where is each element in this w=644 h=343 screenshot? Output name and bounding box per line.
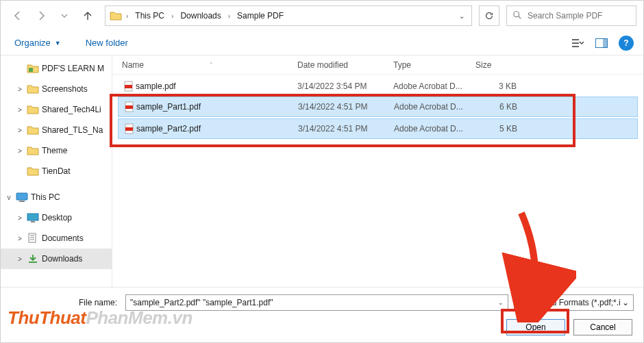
nav-up-button[interactable] [77,5,98,26]
filename-value: "sample_Part2.pdf" "sample_Part1.pdf" [130,298,273,307]
file-name: sample_Part2.pdf [136,124,298,134]
new-folder-button[interactable]: New folder [82,35,132,51]
tree-label: Documents [42,233,84,243]
chevron-down-icon[interactable]: ⌄ [622,298,629,307]
help-button[interactable]: ? [619,36,634,51]
chevron-down-icon[interactable]: ⌄ [498,299,504,306]
file-row[interactable]: sample.pdf 3/14/2022 3:54 PM Adobe Acrob… [118,76,638,97]
expander-icon[interactable]: > [16,214,24,222]
breadcrumb-item[interactable]: This PC [132,10,167,22]
column-header-type[interactable]: Type [393,60,475,70]
file-type-filter[interactable]: Supported Formats (*.pdf;*.i ⌄ [514,294,634,311]
nav-back-button[interactable] [8,5,28,26]
tree-label: TienDat [42,166,71,176]
file-name: sample.pdf [136,81,297,91]
expander-icon[interactable]: > [16,235,24,242]
column-header-name[interactable]: Name ˄ [122,60,297,70]
filter-label: Supported Formats (*.pdf;*.i [519,298,621,307]
open-button[interactable]: Open [506,319,565,335]
search-box[interactable] [506,5,636,26]
folder-icon [27,145,39,156]
chevron-right-icon: › [125,12,129,20]
search-icon [512,10,522,22]
tree-item[interactable]: PDF'S LEARN M [1,58,112,79]
filename-input[interactable]: "sample_Part2.pdf" "sample_Part1.pdf" ⌄ [125,294,508,311]
breadcrumb-bar[interactable]: › This PC › Downloads › Sample PDF ⌄ [105,5,472,26]
documents-icon [27,233,39,244]
tree-item-this-pc[interactable]: v This PC [1,187,112,207]
nav-forward-button[interactable] [31,5,51,26]
pc-icon [16,192,28,203]
file-date: 3/14/2022 4:51 PM [298,102,394,112]
dialog-buttons: Open Cancel [10,319,634,335]
search-input[interactable] [528,11,630,21]
file-row[interactable]: sample_Part1.pdf 3/14/2022 4:51 PM Adobe… [118,97,638,117]
file-type: Adobe Acrobat D... [394,124,476,134]
file-list-area: Name ˄ Date modified Type Size sample.pd… [112,55,643,287]
filename-row: File name: "sample_Part2.pdf" "sample_Pa… [10,294,634,311]
tree-item-documents[interactable]: > Documents [1,228,112,249]
tree-label: Screenshots [42,84,88,94]
svg-rect-10 [125,85,132,88]
svg-rect-2 [603,38,608,47]
folder-icon [110,10,122,21]
desktop-icon [27,212,39,223]
column-header-size[interactable]: Size [475,60,530,70]
breadcrumb-item[interactable]: Sample PDF [234,10,286,22]
pdf-icon [123,123,136,134]
svg-rect-4 [16,193,27,200]
expander-icon[interactable]: > [16,86,24,93]
svg-point-0 [514,11,519,16]
expander-icon[interactable]: > [16,106,24,114]
expander-icon[interactable]: > [16,255,24,263]
tree-item[interactable]: > Shared_TLS_Na [1,120,112,140]
tree-item[interactable]: > Shared_Tech4Li [1,99,112,120]
tree-item[interactable]: > Screenshots [1,79,112,99]
svg-rect-12 [125,105,133,109]
chevron-down-icon[interactable]: ⌄ [456,12,467,20]
file-row[interactable]: sample_Part2.pdf 3/14/2022 4:51 PM Adobe… [118,118,638,139]
cancel-button[interactable]: Cancel [573,319,632,335]
column-header-date[interactable]: Date modified [297,60,393,70]
folder-icon [27,125,39,136]
nav-recent-button[interactable] [54,5,75,26]
tree-item-downloads[interactable]: > Downloads [1,249,112,269]
svg-rect-5 [19,201,25,202]
tree-label: Shared_TLS_Na [42,125,103,135]
chevron-down-icon: ▼ [55,40,61,47]
nav-tree: PDF'S LEARN M > Screenshots > Shared_Tec… [1,55,112,287]
chevron-right-icon: › [227,12,232,20]
main-area: PDF'S LEARN M > Screenshots > Shared_Tec… [1,55,643,287]
pdf-icon [123,101,136,112]
sort-indicator-icon: ˄ [210,62,213,68]
svg-rect-3 [29,68,33,72]
tree-label: Shared_Tech4Li [42,105,101,114]
file-date: 3/14/2022 4:51 PM [298,124,394,134]
tree-label: This PC [31,192,60,202]
address-bar-row: › This PC › Downloads › Sample PDF ⌄ [1,1,643,31]
refresh-button[interactable] [479,5,499,26]
folder-icon [27,166,39,177]
file-name: sample_Part1.pdf [136,102,298,112]
expander-icon[interactable]: > [16,127,24,134]
expander-icon[interactable]: > [16,147,24,155]
file-type: Adobe Acrobat D... [394,102,476,112]
folder-icon [27,63,39,74]
preview-pane-button[interactable] [591,33,612,53]
organize-label: Organize [14,38,51,48]
toolbar: Organize ▼ New folder ? [1,31,643,55]
tree-item[interactable]: > Theme [1,140,112,161]
filename-label: File name: [10,298,120,307]
folder-icon [27,84,39,94]
file-type: Adobe Acrobat D... [393,81,475,91]
organize-button[interactable]: Organize ▼ [10,35,65,51]
breadcrumb-item[interactable]: Downloads [177,10,223,22]
view-options-button[interactable] [568,33,589,53]
expander-icon[interactable]: v [5,194,13,201]
chevron-right-icon: › [170,12,175,20]
tree-item-desktop[interactable]: > Desktop [1,207,112,228]
file-size: 5 KB [476,124,517,134]
tree-item[interactable]: TienDat [1,161,112,181]
tree-label: Theme [42,146,67,155]
tree-label: Desktop [42,213,72,223]
